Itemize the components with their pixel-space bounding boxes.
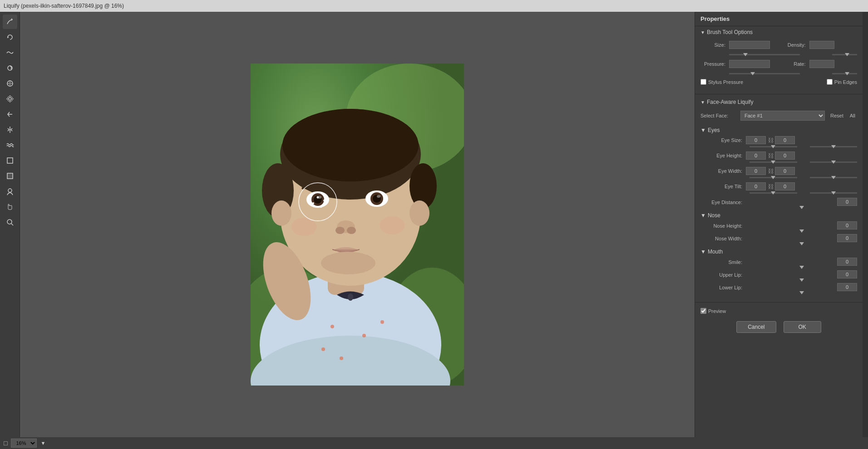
stylus-pressure-checkbox[interactable] [700,79,706,85]
properties-header: Properties [695,12,863,26]
pin-edges-checkbox[interactable] [827,79,833,85]
svg-line-18 [11,224,13,225]
eye-width-left-input[interactable] [746,167,766,175]
eye-size-link[interactable]: ⛓ [766,136,775,144]
eye-tilt-left-input[interactable] [746,182,766,190]
right-scrollbar[interactable] [863,12,868,437]
zoom-tool[interactable] [3,215,17,229]
svg-point-31 [271,200,291,226]
stylus-pinedges-row: Stylus Pressure Pin Edges [700,79,857,85]
main-content: Properties ▼ Brush Tool Options Size: De… [0,12,868,437]
eye-height-right-slider[interactable] [810,161,858,163]
eye-size-dual-slider [750,145,857,148]
upper-lip-input[interactable] [837,270,857,278]
pressure-slider-row [700,72,857,75]
push-left-tool[interactable] [3,107,17,122]
zoom-select[interactable]: 16% [11,439,37,448]
svg-rect-14 [7,158,13,163]
smile-input[interactable] [837,258,857,266]
pin-edges-label[interactable]: Pin Edges [827,79,857,85]
twirl-clockwise-tool[interactable] [3,61,17,75]
thaw-mask-tool[interactable] [3,169,17,183]
eye-height-inputs: ⛓ [746,151,857,160]
svg-point-17 [7,220,12,224]
pucker-tool[interactable] [3,76,17,91]
eye-size-inputs: ⛓ [746,136,857,144]
eye-tilt-row: Eye Tilt: ⛓ [700,182,857,190]
brush-tool-options-header[interactable]: ▼ Brush Tool Options [695,26,863,38]
pressure-input[interactable] [729,60,770,68]
brush-options-arrow: ▼ [700,30,705,35]
nose-section-header[interactable]: ▼ Nose [700,210,857,221]
stylus-pressure-label[interactable]: Stylus Pressure [700,79,743,85]
svg-point-8 [7,96,13,102]
preview-label[interactable]: Preview [700,308,726,314]
svg-point-16 [8,189,12,192]
right-panel: Properties ▼ Brush Tool Options Size: De… [695,12,863,437]
eye-width-right-slider[interactable] [810,176,858,179]
mouth-arrow: ▼ [700,249,706,255]
preview-checkbox[interactable] [700,308,706,314]
eye-width-link[interactable]: ⛓ [766,167,775,175]
svg-point-55 [317,196,319,199]
eye-size-left-slider[interactable] [750,145,797,148]
eye-height-link[interactable]: ⛓ [766,151,775,160]
density-slider-container [809,41,858,49]
canvas-indicator: □ [4,439,7,447]
rate-input[interactable] [809,60,834,68]
zoom-arrow[interactable]: ▼ [40,440,45,446]
ok-button[interactable]: OK [784,321,821,333]
turbulence-tool[interactable] [3,138,17,152]
eye-height-left-slider[interactable] [750,161,797,163]
svg-point-7 [9,98,11,100]
eye-height-left-input[interactable] [746,151,766,160]
smooth-tool[interactable] [3,45,17,60]
main-image [251,63,464,386]
size-density-row: Size: Density: [700,41,857,49]
reconstruct-tool[interactable] [3,30,17,44]
eye-width-right-input[interactable] [775,167,795,175]
svg-point-57 [312,202,314,204]
eye-tilt-right-input[interactable] [775,182,795,190]
eye-size-right-slider[interactable] [810,145,858,148]
face-aware-liquify-header[interactable]: ▼ Face-Aware Liquify [695,96,863,108]
size-input[interactable] [729,41,770,49]
mirror-tool[interactable] [3,122,17,137]
nose-width-input[interactable] [837,234,857,242]
freeze-mask-tool[interactable] [3,153,17,168]
eye-distance-input[interactable] [837,198,857,206]
svg-point-48 [362,334,366,337]
select-face-row: Select Face: Face #1 Reset All [700,111,857,121]
face-tool[interactable] [3,184,17,199]
eye-width-left-slider[interactable] [750,176,797,179]
hand-tool[interactable] [3,200,17,214]
divider2 [695,302,863,303]
nose-width-row: Nose Width: [700,234,857,243]
eyes-section-header[interactable]: ▼ Eyes [700,125,857,136]
eye-width-sliders [700,176,857,179]
eye-size-sliders [700,145,857,148]
nose-height-input[interactable] [837,221,857,229]
pressure-slider-container [729,60,777,68]
eye-tilt-right-slider[interactable] [810,191,858,194]
lower-lip-input[interactable] [837,283,857,291]
all-button[interactable]: All [848,112,857,119]
cancel-button[interactable]: Cancel [736,321,776,333]
canvas-area[interactable] [20,12,695,437]
brush-tool-options-content: Size: Density: [695,38,863,92]
eye-size-right-input[interactable] [775,136,795,144]
eye-height-right-input[interactable] [775,151,795,160]
mouth-section-header[interactable]: ▼ Mouth [700,247,857,258]
bloat-tool[interactable] [3,92,17,106]
svg-point-46 [321,252,375,274]
density-input[interactable] [809,41,834,49]
forward-warp-tool[interactable] [3,15,17,29]
reset-button[interactable]: Reset [829,112,845,119]
lower-lip-row: Lower Lip: [700,283,857,292]
eye-tilt-link[interactable]: ⛓ [766,182,775,190]
eye-tilt-left-slider[interactable] [750,191,797,194]
svg-point-51 [340,356,343,360]
eye-size-left-input[interactable] [746,136,766,144]
face-select-dropdown[interactable]: Face #1 [740,111,825,121]
divider1 [695,94,863,94]
